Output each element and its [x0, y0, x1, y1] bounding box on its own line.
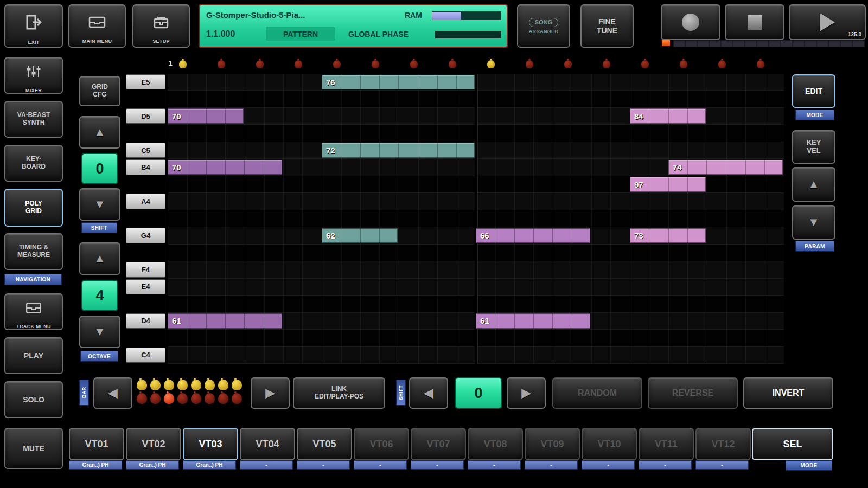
note-label-E5[interactable]: E5	[126, 74, 165, 89]
track-sub-VT06[interactable]: -	[354, 460, 407, 470]
accent-bell-icon[interactable]	[179, 60, 187, 68]
accent-bell-icon[interactable]	[372, 60, 379, 68]
setup-button[interactable]: SETUP	[132, 4, 190, 48]
sidebar-item-timing-measure[interactable]: TIMING & MEASURE	[4, 233, 63, 270]
track-sub-VT12[interactable]: -	[695, 460, 749, 470]
play-button[interactable]: 125.0	[789, 4, 866, 40]
track-sub-VT01[interactable]: Gran..) PH	[69, 460, 122, 470]
grid-note[interactable]: 70	[168, 108, 244, 123]
pattern-progress-bar[interactable]	[673, 40, 865, 47]
stop-button[interactable]	[725, 4, 784, 40]
shift-down-button[interactable]: ▼	[79, 188, 120, 221]
lcd-display[interactable]: G-Stomper-Studio-5-Pia... 1.1.000 PATTER…	[199, 4, 508, 48]
note-label-B4[interactable]: B4	[126, 159, 165, 175]
track-tab-VT07[interactable]: VT07	[411, 428, 466, 460]
bar-bell-icon[interactable]	[205, 380, 215, 390]
grid-note[interactable]: 74	[668, 160, 783, 175]
invert-button[interactable]: INVERT	[743, 377, 833, 409]
grid-note[interactable]: 70	[168, 160, 282, 175]
param-down-button[interactable]: ▼	[792, 205, 835, 240]
sidebar-item-poly-grid[interactable]: POLY GRID	[4, 189, 63, 227]
bar-bell-icon[interactable]	[177, 393, 188, 404]
bar-bell-icon[interactable]	[191, 393, 201, 404]
note-label-C5[interactable]: C5	[126, 143, 165, 158]
record-button[interactable]	[661, 4, 720, 40]
track-tab-VT09[interactable]: VT09	[525, 428, 580, 460]
grid-note[interactable]: 76	[322, 75, 475, 89]
note-label-C4[interactable]: C4	[126, 348, 165, 363]
grid-note[interactable]: 61	[476, 313, 590, 328]
accent-bell-icon[interactable]	[218, 60, 225, 68]
bar-bell-icon[interactable]	[218, 380, 228, 390]
accent-bell-icon[interactable]	[256, 60, 264, 68]
pattern-shift-left-button[interactable]: ◀	[409, 377, 448, 409]
octave-up-button[interactable]: ▲	[79, 242, 120, 275]
accent-bell-icon[interactable]	[449, 60, 456, 68]
main-menu-button[interactable]: MAIN MENU	[68, 4, 126, 48]
note-label-F4[interactable]: F4	[126, 262, 165, 277]
sidebar-item-va-beast-synth[interactable]: VA-BEAST SYNTH	[4, 101, 63, 138]
bar-bell-icon[interactable]	[164, 380, 174, 390]
track-sub-VT09[interactable]: -	[525, 460, 578, 470]
note-label-A4[interactable]: A4	[126, 194, 165, 209]
track-sub-VT02[interactable]: Gran..) PH	[126, 460, 179, 470]
reverse-button[interactable]: REVERSE	[648, 377, 738, 409]
track-tab-VT06[interactable]: VT06	[354, 428, 409, 460]
shift-up-button[interactable]: ▲	[79, 116, 120, 149]
track-sub-VT03[interactable]: Gran..) PH	[183, 460, 236, 470]
bar-bell-icon[interactable]	[232, 380, 242, 390]
track-tab-VT05[interactable]: VT05	[297, 428, 352, 460]
grid-note[interactable]: 84	[630, 108, 706, 123]
accent-bell-icon[interactable]	[526, 60, 533, 68]
track-sub-VT05[interactable]: -	[297, 460, 350, 470]
accent-bell-icon[interactable]	[295, 60, 302, 68]
bar-bell-icon[interactable]	[137, 393, 147, 404]
track-tab-VT10[interactable]: VT10	[582, 428, 637, 460]
poly-grid-editor[interactable]: 767084727074976266736161	[168, 74, 784, 364]
exit-button[interactable]: EXIT	[4, 4, 63, 48]
bar-next-button[interactable]: ▶	[251, 377, 290, 409]
bar-bell-icon[interactable]	[150, 393, 161, 404]
grid-note[interactable]: 62	[322, 228, 398, 243]
song-arranger-button[interactable]: SONG ARRANGER	[517, 4, 570, 48]
bar-bell-icon[interactable]	[137, 380, 147, 390]
param-up-button[interactable]: ▲	[792, 167, 835, 202]
note-label-E4[interactable]: E4	[126, 279, 165, 294]
track-tab-VT03[interactable]: VT03	[183, 428, 238, 460]
note-label-D4[interactable]: D4	[126, 313, 165, 329]
grid-note[interactable]: 97	[630, 177, 706, 191]
bar-bell-icon[interactable]	[164, 393, 174, 404]
accent-bell-icon[interactable]	[487, 60, 495, 68]
grid-cfg-button[interactable]: GRID CFG	[79, 76, 120, 106]
note-label-G4[interactable]: G4	[126, 228, 165, 243]
key-vel-button[interactable]: KEY VEL	[792, 130, 835, 164]
note-label-D5[interactable]: D5	[126, 108, 165, 124]
grid-note[interactable]: 72	[322, 143, 475, 157]
link-edit-play-pos-button[interactable]: LINK EDIT/PLAY-POS	[293, 377, 385, 409]
bar-bell-icon[interactable]	[150, 380, 161, 390]
sidebar-item-mute[interactable]: MUTE	[4, 428, 63, 469]
track-tab-VT11[interactable]: VT11	[639, 428, 694, 460]
bar-bell-icon[interactable]	[191, 380, 201, 390]
sel-button[interactable]: SEL	[752, 428, 833, 460]
track-sub-VT04[interactable]: -	[240, 460, 293, 470]
sidebar-item-keyboard[interactable]: KEY- BOARD	[4, 145, 63, 182]
bar-prev-button[interactable]: ◀	[93, 377, 132, 409]
sidebar-item-mixer[interactable]: MIXER	[4, 57, 63, 94]
grid-note[interactable]: 61	[168, 313, 282, 328]
edit-mode-button[interactable]: EDIT	[792, 74, 835, 108]
track-tab-VT04[interactable]: VT04	[240, 428, 295, 460]
bar-bell-icon[interactable]	[205, 393, 215, 404]
fine-tune-button[interactable]: FINE TUNE	[580, 4, 634, 48]
grid-note[interactable]: 66	[476, 228, 590, 243]
sidebar-item-track-menu[interactable]: TRACK MENU	[4, 293, 63, 330]
accent-bell-icon[interactable]	[757, 60, 764, 68]
sidebar-item-play[interactable]: PLAY	[4, 337, 63, 374]
octave-down-button[interactable]: ▼	[79, 316, 120, 348]
accent-bell-icon[interactable]	[641, 60, 649, 68]
accent-bell-icon[interactable]	[680, 60, 687, 68]
track-sub-VT11[interactable]: -	[639, 460, 692, 470]
track-tab-VT01[interactable]: VT01	[69, 428, 124, 460]
track-tab-VT12[interactable]: VT12	[695, 428, 751, 460]
grid-note[interactable]: 73	[630, 228, 706, 243]
